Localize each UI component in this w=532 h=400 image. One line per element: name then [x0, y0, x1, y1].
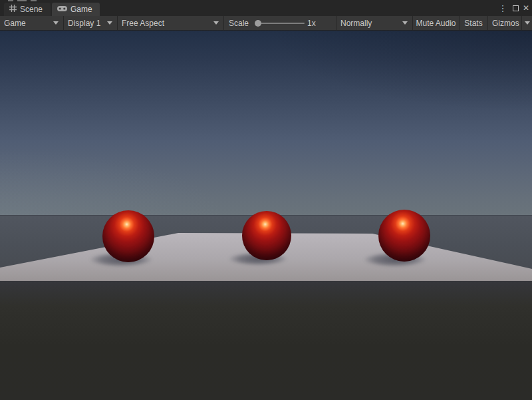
play-mode-dropdown[interactable]: Normally: [336, 16, 412, 30]
display-dropdown[interactable]: Display 1: [64, 16, 117, 30]
maximize-button[interactable]: [510, 2, 521, 14]
tab-game[interactable]: Game: [52, 3, 100, 16]
tab-label: Game: [70, 5, 92, 14]
scale-slider-knob[interactable]: [255, 20, 261, 27]
chevron-down-icon: [402, 21, 408, 25]
dropdown-value: Display 1: [68, 19, 100, 28]
chevron-down-icon: [525, 21, 530, 25]
tab-bar: Scene Game ⋮ ✕: [0, 0, 532, 16]
game-viewport[interactable]: [0, 31, 532, 400]
aspect-ratio-dropdown[interactable]: Free Aspect: [118, 16, 223, 30]
maximize-icon: [513, 5, 519, 11]
clipped-ui-artifact: [17, 0, 27, 1]
dropdown-value: Game: [4, 19, 26, 28]
gamepad-icon: [57, 5, 67, 14]
unity-game-window: Scene Game ⋮ ✕ Game: [0, 0, 532, 400]
scale-value: 1x: [307, 16, 316, 30]
gizmos-button[interactable]: Gizmos: [492, 16, 519, 30]
game-view-toolbar: Game Display 1 Free Aspect Scale 1x Norm…: [0, 16, 532, 31]
mute-audio-button[interactable]: Mute Audio: [413, 16, 459, 30]
grid-icon: [9, 5, 17, 14]
red-sphere: [378, 210, 430, 262]
red-sphere: [242, 211, 291, 260]
scale-label: Scale: [229, 16, 249, 30]
toolbar-separator: [487, 16, 488, 30]
red-sphere: [102, 210, 154, 262]
clipped-ui-artifact: [31, 0, 37, 1]
stats-button[interactable]: Stats: [460, 16, 487, 30]
toolbar-separator: [223, 16, 224, 30]
scale-slider-track[interactable]: [257, 23, 305, 24]
chevron-down-icon: [213, 21, 219, 25]
chevron-down-icon: [107, 21, 112, 25]
clipped-ui-artifact: [8, 0, 13, 1]
tab-scene[interactable]: Scene: [4, 3, 51, 16]
game-view-mode-dropdown[interactable]: Game: [0, 16, 63, 30]
dropdown-value: Normally: [340, 19, 372, 28]
close-icon: ✕: [523, 3, 529, 13]
kebab-menu-icon: ⋮: [499, 3, 507, 13]
window-menu-button[interactable]: ⋮: [497, 2, 508, 14]
gizmos-dropdown-arrow[interactable]: [522, 16, 532, 30]
close-button[interactable]: ✕: [521, 2, 531, 14]
dropdown-value: Free Aspect: [122, 19, 164, 28]
tab-label: Scene: [20, 5, 43, 14]
chevron-down-icon: [53, 21, 59, 25]
